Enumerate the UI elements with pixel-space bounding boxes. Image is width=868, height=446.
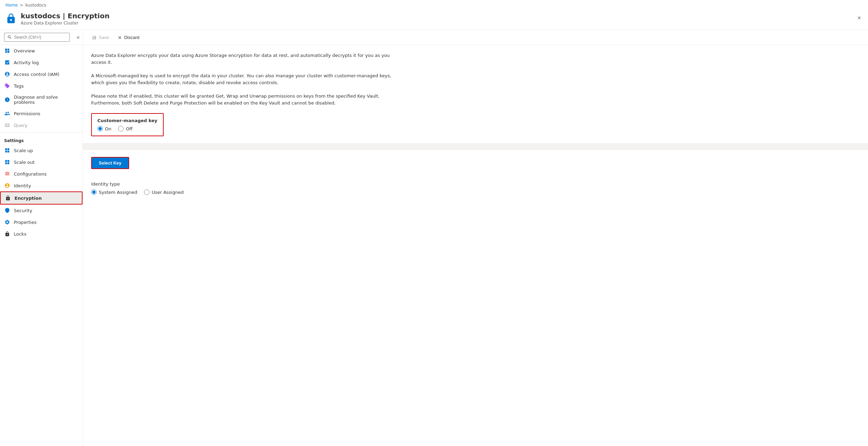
sidebar-item-encryption[interactable]: Encryption bbox=[0, 191, 83, 205]
identity-radio-group: System Assigned User Assigned bbox=[91, 189, 860, 195]
sidebar-item-diagnose-label: Diagnose and solve problems bbox=[14, 95, 78, 105]
cmk-off-label: Off bbox=[126, 126, 132, 131]
diagnose-icon bbox=[4, 97, 10, 103]
breadcrumb-separator: > bbox=[20, 3, 23, 8]
content-area: Save Discard Azure Data Explorer encrypt… bbox=[83, 30, 868, 446]
customer-managed-key-section: Customer-managed key On Off bbox=[91, 113, 164, 136]
sidebar-item-scale-out[interactable]: Scale out bbox=[0, 156, 83, 168]
sidebar-item-security-label: Security bbox=[14, 208, 32, 213]
discard-icon bbox=[117, 35, 122, 40]
main-layout: « Overview Activity log Access control (… bbox=[0, 30, 868, 446]
system-assigned-option[interactable]: System Assigned bbox=[91, 189, 137, 195]
scale-out-icon bbox=[4, 159, 10, 165]
query-icon bbox=[4, 122, 10, 128]
user-assigned-label: User Assigned bbox=[152, 190, 184, 195]
breadcrumb-current: kustodocs bbox=[26, 3, 46, 8]
sidebar: « Overview Activity log Access control (… bbox=[0, 30, 83, 446]
sidebar-item-overview[interactable]: Overview bbox=[0, 45, 83, 57]
identity-icon bbox=[4, 182, 10, 189]
sidebar-item-locks-label: Locks bbox=[14, 231, 26, 237]
cmk-label: Customer-managed key bbox=[97, 118, 157, 123]
svg-rect-2 bbox=[5, 174, 9, 174]
page-subtitle: Azure Data Explorer Cluster bbox=[21, 21, 109, 26]
sidebar-item-access-control-label: Access control (IAM) bbox=[14, 72, 59, 77]
breadcrumb: Home > kustodocs bbox=[0, 0, 868, 10]
identity-type-label: Identity type bbox=[91, 181, 860, 187]
svg-rect-1 bbox=[5, 173, 9, 173]
sidebar-item-security[interactable]: Security bbox=[0, 205, 83, 216]
discard-button[interactable]: Discard bbox=[114, 33, 143, 42]
breadcrumb-home[interactable]: Home bbox=[6, 3, 18, 8]
sidebar-item-encryption-label: Encryption bbox=[15, 196, 42, 201]
sidebar-item-configurations[interactable]: Configurations bbox=[0, 168, 83, 180]
properties-icon bbox=[4, 219, 10, 225]
cmk-off-option[interactable]: Off bbox=[118, 126, 132, 131]
sidebar-item-properties-label: Properties bbox=[14, 220, 37, 225]
tags-icon bbox=[4, 83, 10, 89]
security-icon bbox=[4, 207, 10, 214]
system-assigned-label: System Assigned bbox=[99, 190, 137, 195]
access-control-icon bbox=[4, 71, 10, 77]
sidebar-item-tags[interactable]: Tags bbox=[0, 80, 83, 92]
page-title: kustodocs | Encryption bbox=[21, 12, 109, 20]
cmk-on-radio[interactable] bbox=[97, 126, 103, 131]
info-text-2: A Microsoft-managed key is used to encry… bbox=[91, 72, 402, 86]
cmk-off-radio[interactable] bbox=[118, 126, 124, 131]
info-text-1: Azure Data Explorer encrypts your data u… bbox=[91, 52, 402, 66]
permissions-icon bbox=[4, 110, 10, 117]
locks-icon bbox=[4, 231, 10, 237]
close-button[interactable]: × bbox=[856, 13, 862, 23]
system-assigned-radio[interactable] bbox=[91, 189, 97, 195]
sidebar-item-scale-up-label: Scale up bbox=[14, 148, 33, 153]
identity-type-section: Identity type System Assigned User Assig… bbox=[91, 181, 860, 195]
svg-rect-0 bbox=[5, 172, 9, 172]
search-input[interactable] bbox=[4, 33, 70, 42]
sidebar-collapse-button[interactable]: « bbox=[74, 31, 83, 43]
select-key-button[interactable]: Select Key bbox=[91, 157, 129, 169]
info-text-3: Please note that if enabled, this cluste… bbox=[91, 93, 402, 106]
sidebar-item-diagnose[interactable]: Diagnose and solve problems bbox=[0, 92, 83, 108]
overview-icon bbox=[4, 48, 10, 54]
nav-divider-settings bbox=[0, 132, 83, 133]
activity-log-icon bbox=[4, 59, 10, 66]
sidebar-item-locks[interactable]: Locks bbox=[0, 228, 83, 240]
sidebar-item-properties[interactable]: Properties bbox=[0, 216, 83, 228]
save-button[interactable]: Save bbox=[88, 33, 113, 42]
sidebar-item-configurations-label: Configurations bbox=[14, 171, 47, 177]
discard-label: Discard bbox=[124, 35, 139, 40]
cmk-radio-group: On Off bbox=[97, 126, 157, 131]
sidebar-item-scale-up[interactable]: Scale up bbox=[0, 145, 83, 156]
sidebar-item-identity[interactable]: Identity bbox=[0, 180, 83, 191]
lock-icon bbox=[6, 13, 17, 24]
content-body: Azure Data Explorer encrypts your data u… bbox=[83, 45, 868, 446]
sidebar-item-access-control[interactable]: Access control (IAM) bbox=[0, 68, 83, 80]
cmk-on-option[interactable]: On bbox=[97, 126, 111, 131]
user-assigned-option[interactable]: User Assigned bbox=[144, 189, 184, 195]
sidebar-item-query: Query bbox=[0, 119, 83, 131]
cmk-on-label: On bbox=[105, 126, 111, 131]
settings-section-header: Settings bbox=[0, 134, 83, 145]
page-header: kustodocs | Encryption Azure Data Explor… bbox=[0, 10, 868, 30]
toolbar: Save Discard bbox=[83, 30, 868, 45]
page-header-text: kustodocs | Encryption Azure Data Explor… bbox=[21, 12, 109, 26]
save-icon bbox=[92, 35, 97, 40]
sidebar-item-permissions[interactable]: Permissions bbox=[0, 108, 83, 119]
sidebar-item-identity-label: Identity bbox=[14, 183, 31, 188]
sidebar-item-tags-label: Tags bbox=[14, 83, 24, 89]
sidebar-item-activity-log[interactable]: Activity log bbox=[0, 57, 83, 68]
user-assigned-radio[interactable] bbox=[144, 189, 150, 195]
scale-up-icon bbox=[4, 147, 10, 153]
sidebar-item-overview-label: Overview bbox=[14, 48, 35, 53]
configurations-icon bbox=[4, 171, 10, 177]
sidebar-item-permissions-label: Permissions bbox=[14, 111, 40, 116]
encryption-icon bbox=[5, 195, 11, 201]
svg-rect-3 bbox=[5, 175, 9, 175]
section-divider bbox=[83, 143, 868, 150]
sidebar-item-scale-out-label: Scale out bbox=[14, 160, 35, 165]
sidebar-item-activity-log-label: Activity log bbox=[14, 60, 39, 65]
sidebar-search[interactable] bbox=[0, 30, 74, 44]
sidebar-item-query-label: Query bbox=[14, 123, 28, 128]
save-label: Save bbox=[99, 35, 109, 40]
